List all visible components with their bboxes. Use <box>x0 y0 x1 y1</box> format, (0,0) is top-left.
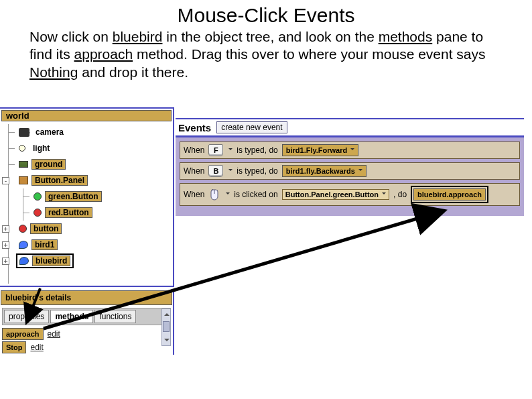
edit-link[interactable]: edit <box>30 343 43 352</box>
ground-icon <box>19 161 28 168</box>
panel-icon <box>19 176 28 184</box>
tree-item-light[interactable]: light <box>4 140 173 156</box>
instruction-text: Now click on bluebird in the object tree… <box>29 28 503 81</box>
events-panel: Events create new event When F is typed,… <box>176 118 524 216</box>
bluebird-icon <box>19 257 29 265</box>
mouse-icon <box>208 188 220 201</box>
events-title: Events <box>178 122 211 133</box>
bird-icon <box>19 241 28 249</box>
details-scrollbar[interactable] <box>161 308 171 346</box>
object-tree-panel: world camera light ground - Button. <box>0 107 174 287</box>
action-tile-approach[interactable]: bluebird.approach <box>413 188 486 201</box>
event-row[interactable]: When is clicked on Button.Panel.green.Bu… <box>180 183 520 206</box>
action-tile[interactable]: bird1.Fly.Forward <box>282 144 358 156</box>
details-tabs: properties methods functions <box>2 308 171 325</box>
tree-item-camera[interactable]: camera <box>4 124 173 140</box>
bulb-icon <box>19 145 25 152</box>
action-tile[interactable]: bird1.fly.Backwards <box>282 165 367 177</box>
details-panel: bluebird's details properties methods fu… <box>0 290 174 355</box>
tab-methods[interactable]: methods <box>50 310 93 323</box>
expand-icon[interactable]: + <box>2 225 9 233</box>
expand-icon[interactable]: + <box>2 241 9 249</box>
details-header: bluebird's details <box>1 290 172 305</box>
page-title: Mouse-Click Events <box>0 4 532 27</box>
event-row[interactable]: When F is typed, do bird1.Fly.Forward <box>180 141 520 159</box>
create-event-button[interactable]: create new event <box>216 121 287 133</box>
tree-item-button[interactable]: + button <box>4 221 173 237</box>
tab-properties[interactable]: properties <box>4 310 49 323</box>
method-tile-stop[interactable]: Stop <box>2 341 26 353</box>
tree-item-green-button[interactable]: green.Button <box>4 188 173 205</box>
expand-icon[interactable]: + <box>2 258 9 265</box>
tree-item-bluebird[interactable]: + bluebird <box>4 253 173 269</box>
camera-icon <box>19 128 29 137</box>
collapse-icon[interactable]: - <box>2 177 9 184</box>
tree-item-button-panel[interactable]: - Button.Panel <box>4 172 173 188</box>
event-target-chip[interactable]: Button.Panel.green.Button <box>282 189 389 200</box>
key-f-icon: F <box>208 144 223 156</box>
tree-root-world[interactable]: world <box>1 110 172 121</box>
red-button-icon <box>34 209 42 217</box>
key-b-icon: B <box>208 165 223 177</box>
tab-functions[interactable]: functions <box>94 310 136 323</box>
button-icon <box>19 225 27 233</box>
tree-item-bird1[interactable]: + bird1 <box>4 237 173 253</box>
method-tile-approach[interactable]: approach <box>2 328 44 340</box>
edit-link[interactable]: edit <box>48 329 60 339</box>
event-row[interactable]: When B is typed, do bird1.fly.Backwards <box>180 162 520 180</box>
tree-item-ground[interactable]: ground <box>4 156 173 172</box>
green-button-icon <box>34 192 42 201</box>
tree-item-red-button[interactable]: red.Button <box>4 205 173 221</box>
